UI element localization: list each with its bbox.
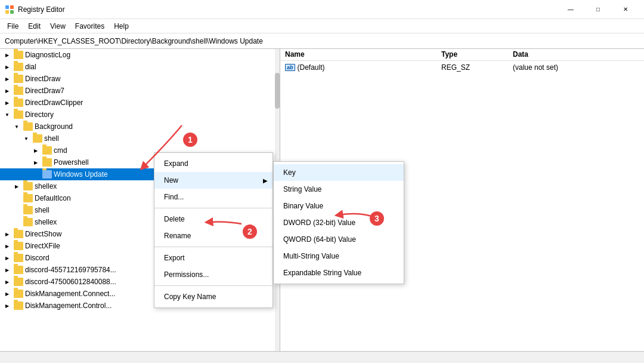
ctx-copy-key-name[interactable]: Copy Key Name	[154, 288, 273, 305]
tree-item-dial[interactable]: ▶ dial	[0, 61, 280, 73]
registry-row-default[interactable]: ab (Default) REG_SZ (value not set)	[280, 61, 644, 74]
submenu-arrow: ▶	[263, 177, 268, 184]
row-type: REG_SZ	[441, 63, 513, 72]
tree-label: Background	[35, 122, 73, 131]
folder-icon	[14, 242, 23, 250]
expand-icon[interactable]: ▼	[12, 122, 21, 131]
sub-item-multistring-label: Multi-String Value	[283, 252, 339, 260]
col-header-data: Data	[513, 50, 644, 59]
folder-icon	[23, 194, 33, 202]
ctx-separator1	[154, 208, 273, 208]
sub-item-binary-label: Binary Value	[283, 202, 323, 210]
folder-icon	[23, 122, 33, 131]
row-name-text: (Default)	[298, 63, 325, 72]
expand-icon[interactable]: ▶	[2, 253, 12, 263]
tree-label: cmd	[54, 146, 67, 155]
maximize-button[interactable]: □	[584, 0, 612, 19]
tree-label: discord-475006012840088...	[25, 278, 116, 286]
expand-icon[interactable]: ▶	[2, 62, 12, 72]
ctx-rename-label: Rename	[164, 232, 191, 240]
minimize-button[interactable]: —	[557, 0, 584, 19]
row-data: (value not set)	[513, 63, 644, 72]
expand-icon[interactable]: ▼	[2, 110, 12, 119]
menu-favorites[interactable]: Favorites	[70, 21, 109, 32]
sub-item-string-label: String Value	[283, 185, 321, 193]
tree-item-directdraw7[interactable]: ▶ DirectDraw7	[0, 85, 280, 97]
folder-icon	[14, 51, 23, 59]
col-header-name: Name	[280, 50, 441, 59]
tree-item-diagnosticlog[interactable]: ▶ DiagnosticLog	[0, 49, 280, 61]
menu-help[interactable]: Help	[109, 21, 134, 32]
scrollbar-thumb	[275, 73, 280, 109]
tree-item-directory[interactable]: ▼ Directory	[0, 109, 280, 121]
sub-item-qword-label: QWORD (64-bit) Value	[283, 235, 356, 244]
menu-edit[interactable]: Edit	[23, 21, 45, 32]
expand-icon[interactable]: ▶	[2, 86, 12, 96]
expand-icon[interactable]: ▶	[2, 229, 12, 239]
expand-icon[interactable]: ▶	[2, 289, 12, 299]
ctx-copy-key-name-label: Copy Key Name	[164, 293, 216, 301]
folder-icon	[23, 218, 33, 226]
window-title: Registry Editor	[18, 5, 557, 14]
sub-item-qword[interactable]: QWORD (64-bit) Value	[274, 231, 404, 248]
ab-icon: ab	[285, 64, 295, 71]
expand-icon[interactable]: ▼	[21, 134, 31, 143]
folder-icon	[23, 206, 33, 214]
tree-label: DiskManagement.Connect...	[25, 290, 115, 298]
menu-view[interactable]: View	[45, 21, 70, 32]
expand-icon[interactable]: ▶	[2, 301, 12, 310]
expand-icon[interactable]: ▶	[12, 182, 21, 191]
folder-icon	[14, 266, 23, 274]
sub-item-string[interactable]: String Value	[274, 181, 404, 198]
tree-label: shellex	[35, 182, 57, 190]
expand-icon[interactable]: ▶	[2, 241, 12, 251]
tree-label: shell	[44, 134, 59, 143]
folder-icon	[42, 170, 52, 179]
tree-item-directdrawclipper[interactable]: ▶ DirectDrawClipper	[0, 97, 280, 109]
menu-bar: File Edit View Favorites Help	[0, 19, 644, 33]
annotation-1: 1	[182, 131, 199, 148]
folder-icon	[33, 134, 42, 143]
expand-icon[interactable]: ▶	[2, 50, 12, 60]
expand-icon[interactable]: ▶	[2, 74, 12, 84]
tree-label: DirectXFile	[25, 242, 60, 250]
ctx-find[interactable]: Find...	[154, 189, 273, 205]
ctx-expand-label: Expand	[164, 159, 188, 168]
sub-item-expandable-label: Expandable String Value	[283, 269, 361, 277]
status-bar	[0, 351, 644, 363]
ctx-expand[interactable]: Expand	[154, 155, 273, 172]
ctx-permissions[interactable]: Permissions...	[154, 266, 273, 283]
tree-label: Windows Update	[54, 170, 108, 179]
tree-label: Powershell	[54, 158, 89, 167]
sub-item-key[interactable]: Key	[274, 164, 404, 181]
tree-label: DefaultIcon	[35, 194, 71, 202]
sub-item-dword-label: DWORD (32-bit) Value	[283, 219, 355, 227]
tree-label: Discord	[25, 254, 49, 262]
ctx-permissions-label: Permissions...	[164, 270, 209, 279]
expand-icon[interactable]: ▶	[2, 277, 12, 287]
annotation-3: 3	[369, 210, 385, 227]
folder-icon	[42, 158, 52, 167]
expand-icon[interactable]: ▶	[31, 158, 41, 167]
tree-label: DirectDraw	[25, 75, 60, 83]
ctx-export[interactable]: Export	[154, 250, 273, 266]
sub-item-multistring[interactable]: Multi-String Value	[274, 248, 404, 264]
tree-label: shell	[35, 206, 49, 214]
tree-item-directdraw[interactable]: ▶ DirectDraw	[0, 73, 280, 85]
expand-icon[interactable]: ▶	[2, 265, 12, 275]
tree-label: DiskManagement.Control...	[25, 302, 112, 310]
close-button[interactable]: ✕	[612, 0, 639, 19]
tree-label: discord-455712169795784...	[25, 266, 116, 274]
menu-file[interactable]: File	[2, 21, 23, 32]
expand-icon[interactable]: ▶	[2, 98, 12, 107]
tree-label: DirectDrawClipper	[25, 99, 83, 107]
address-path: Computer\HKEY_CLASSES_ROOT\Directory\Bac…	[5, 37, 263, 45]
expand-icon[interactable]: ▶	[31, 146, 41, 155]
sub-item-key-label: Key	[283, 168, 296, 177]
tree-item-background[interactable]: ▼ Background	[0, 121, 280, 133]
sub-item-binary[interactable]: Binary Value	[274, 198, 404, 214]
folder-icon	[23, 182, 33, 190]
sub-item-expandable[interactable]: Expandable String Value	[274, 264, 404, 281]
tree-item-shell[interactable]: ▼ shell	[0, 133, 280, 144]
ctx-new[interactable]: New ▶	[154, 172, 273, 189]
